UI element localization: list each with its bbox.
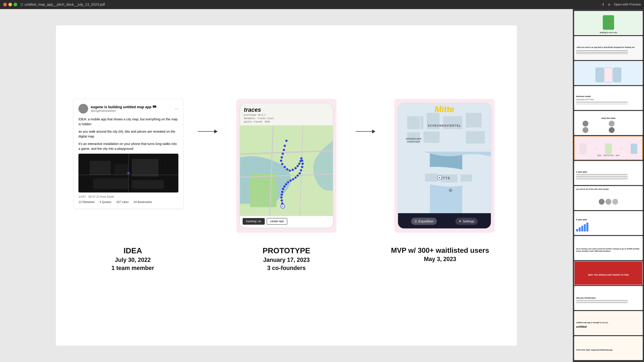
- thumbnail-strip[interactable]: 📍 waiting is not a sin what you need is …: [573, 9, 644, 362]
- tracking-on-button[interactable]: tracking: on: [242, 218, 265, 225]
- settings-label: Settings: [463, 220, 474, 223]
- tweet-bookmarks[interactable]: 24 Bookmarks: [134, 200, 152, 204]
- thumbnail-4[interactable]: business model subscription $777/year: [574, 86, 643, 110]
- mitte-map: SCHEUNENVIERTEL SPANDAUER VORSTADT MITTE…: [398, 103, 491, 213]
- thumb-10-label: we're raising a pre-seed round (12 month…: [576, 248, 641, 252]
- svg-text:VORSTADT: VORSTADT: [407, 140, 420, 143]
- idea-label-team: 1 team member: [72, 264, 194, 272]
- thumbnail-13[interactable]: untitled map app is brought to you by _ …: [574, 311, 643, 335]
- arrow-1: [198, 99, 217, 132]
- thumb-slide-11: WHY YOU SHOULD NOT INVEST IN THIS: [574, 262, 642, 285]
- idea-label: IDEA July 30, 2022 1 team member: [72, 246, 194, 272]
- mvp-column: SCHEUNENVIERTEL SPANDAUER VORSTADT MITTE…: [388, 99, 501, 233]
- settings-button[interactable]: ✦ Settings: [456, 218, 478, 225]
- svg-point-27: [288, 170, 291, 172]
- svg-rect-13: [250, 174, 276, 207]
- idea-label-date: July 30, 2022: [72, 256, 194, 264]
- thumb-9-label: 5 year plan: [576, 218, 587, 221]
- tweet-avatar: [78, 104, 88, 114]
- slide-labels: IDEA July 30, 2022 1 team member PROTOTY…: [72, 246, 501, 272]
- thumb-14-label: if this feels right: eugene@untitledmap.…: [576, 349, 612, 351]
- tweet-more-icon[interactable]: ···: [175, 106, 178, 111]
- thumb-slide-9: 5 year plan: [574, 212, 642, 235]
- center-last-button[interactable]: center last: [267, 218, 287, 225]
- traces-meta: prototype v0.0.1database: traces-localpo…: [244, 113, 329, 124]
- thumb-11-label: WHY YOU SHOULD NOT INVEST IN THIS: [588, 274, 629, 276]
- thumb-slide-12: why you should pass: [574, 286, 642, 310]
- tweet-likes[interactable]: 167 Likes: [116, 200, 128, 204]
- thumbnail-5[interactable]: meet the team: [574, 111, 643, 135]
- svg-point-45: [283, 185, 286, 188]
- thumb-13-logo: untitled: [576, 325, 586, 328]
- titlebar-actions: ⬆ ⊕ Open with Preview: [602, 2, 641, 6]
- traces-title: traces: [244, 106, 329, 113]
- svg-point-37: [300, 169, 302, 172]
- svg-rect-8: [132, 180, 164, 189]
- thumb-slide-13: untitled map app is brought to you by _ …: [574, 311, 642, 335]
- idea-column: eugene is building untitled map app 🗺 @e…: [72, 99, 185, 209]
- svg-point-49: [280, 196, 282, 199]
- expedition-icon: ⊙: [414, 219, 417, 223]
- share-icon[interactable]: ⬆: [602, 2, 604, 6]
- svg-point-78: [439, 177, 440, 178]
- svg-rect-60: [466, 113, 482, 128]
- thumb-2-label: what you need is an app that is specific…: [576, 46, 636, 49]
- thumbnail-2[interactable]: what you need is an app that is specific…: [574, 36, 643, 60]
- maximize-button[interactable]: [14, 3, 17, 6]
- thumbnail-10[interactable]: we're raising a pre-seed round (12 month…: [574, 236, 643, 260]
- svg-point-41: [292, 178, 294, 180]
- thumb-slide-10: we're raising a pre-seed round (12 month…: [574, 236, 642, 260]
- svg-point-20: [283, 149, 285, 151]
- expedition-button[interactable]: ⊙ Expedition: [411, 218, 437, 225]
- traces-bottom: tracking: on center last: [240, 216, 333, 226]
- mvp-phone: SCHEUNENVIERTEL SPANDAUER VORSTADT MITTE…: [398, 103, 491, 229]
- thumbnail-11[interactable]: WHY YOU SHOULD NOT INVEST IN THIS: [574, 261, 643, 285]
- svg-point-26: [286, 168, 288, 170]
- tweet-body-1: IDEA: a mobile app that shows a city map…: [78, 117, 178, 126]
- svg-point-44: [285, 183, 287, 185]
- svg-rect-63: [466, 131, 485, 144]
- thumb-slide-1: 📍 waiting is not a sin: [574, 11, 642, 35]
- pdf-icon: [20, 3, 23, 6]
- svg-point-48: [280, 194, 283, 196]
- tweet-body-3: it's an interactive installation on your…: [78, 141, 178, 151]
- thumbnail-9[interactable]: 5 year plan: [574, 211, 643, 235]
- thumbnail-14[interactable]: if this feels right: eugene@untitledmap.…: [574, 336, 643, 360]
- svg-rect-4: [90, 161, 111, 175]
- svg-point-19: [284, 144, 286, 147]
- tweet-card: eugene is building untitled map app 🗺 @e…: [74, 99, 184, 209]
- thumbnail-1[interactable]: 📍 waiting is not a sin: [574, 11, 643, 35]
- minimize-button[interactable]: [8, 3, 12, 6]
- close-button[interactable]: [3, 3, 7, 6]
- tweet-user-info: eugene is building untitled map app 🗺 @e…: [91, 105, 172, 112]
- svg-point-43: [287, 181, 289, 184]
- thumb-5-label: meet the team: [601, 117, 615, 119]
- thumbnail-7[interactable]: 1 year plan: [574, 161, 643, 185]
- thumbnail-8[interactable]: you will do all of this with other peopl…: [574, 186, 643, 210]
- open-preview-button[interactable]: Open with Preview: [614, 2, 641, 6]
- content-area: eugene is building untitled map app 🗺 @e…: [0, 9, 644, 362]
- tweet-quotes[interactable]: 4 Quotes: [100, 200, 111, 204]
- thumbnail-6-current[interactable]: → → IDEA → PROTOTYPE → MVP: [574, 136, 643, 160]
- traces-header: traces prototype v0.0.1database: traces-…: [240, 103, 333, 125]
- thumb-slide-8: you will do all of this with other peopl…: [574, 186, 642, 210]
- mvp-phone-wrapper: SCHEUNENVIERTEL SPANDAUER VORSTADT MITTE…: [394, 99, 494, 233]
- zoom-icon[interactable]: ⊕: [608, 2, 610, 6]
- idea-label-main: IDEA: [72, 246, 194, 256]
- svg-point-40: [294, 176, 296, 179]
- thumb-slide-4: business model subscription $777/year: [574, 86, 642, 110]
- svg-point-42: [289, 180, 292, 182]
- svg-point-35: [302, 162, 304, 165]
- tweet-image: [78, 154, 178, 192]
- svg-point-50: [280, 200, 283, 202]
- thumbnail-12[interactable]: why you should pass: [574, 286, 643, 310]
- thumbnail-3[interactable]: [574, 61, 643, 85]
- mitte-nav: ⊙ Expedition ✦ Settings: [398, 213, 491, 229]
- svg-point-24: [281, 163, 283, 165]
- svg-text:SCHEUNENVIERTEL: SCHEUNENVIERTEL: [428, 124, 461, 127]
- prototype-label-team: 3 co-founders: [226, 264, 347, 272]
- svg-point-28: [292, 169, 294, 171]
- tweet-retweets[interactable]: 12 Retweets: [78, 200, 94, 204]
- titlebar: untitled_map_app__pitch_deck__july_13_20…: [0, 0, 644, 9]
- tweet-name: eugene is building untitled map app 🗺: [91, 105, 172, 109]
